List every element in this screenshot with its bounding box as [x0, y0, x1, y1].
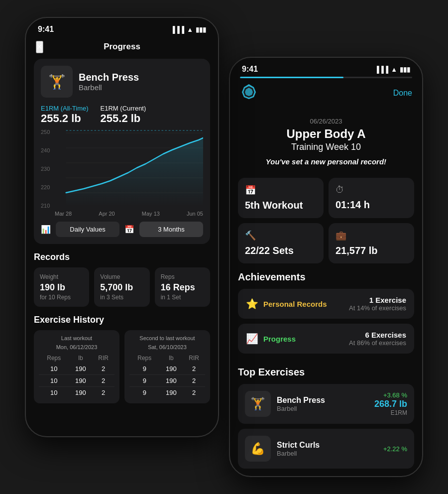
reps-cell: 9 — [129, 375, 159, 387]
reps-cell: 10 — [39, 387, 69, 399]
months-button[interactable]: 3 Months — [139, 222, 203, 237]
exercise-thumb: 🏋️ — [245, 391, 271, 417]
achievement-count: 6 Exercises — [349, 331, 406, 339]
th-lb: lb — [69, 353, 92, 363]
th-rir: RIR — [92, 353, 114, 363]
stat-icon: ⏱ — [336, 185, 407, 195]
right-status-icons: ▐▐▐ ▲ ▮▮▮ — [374, 66, 410, 73]
lb-cell: 190 — [69, 387, 92, 399]
chart-svg — [41, 129, 203, 209]
weight-label: Weight — [40, 273, 83, 280]
e1rm-alltime-label: E1RM (All-Time) — [41, 105, 89, 112]
exercise-name: Bench Press — [79, 72, 139, 83]
top-exercises-section: Top Exercises 🏋️ Bench Press Barbell +3.… — [230, 367, 422, 469]
table-row: 101902 — [39, 363, 114, 375]
th-reps: Reps — [39, 353, 69, 363]
stats-grid: 📅5th Workout⏱01:14 h🔨22/22 Sets💼21,577 l… — [230, 178, 422, 271]
reps-cell: 9 — [129, 387, 159, 399]
exercise-stats: +2.22 % — [383, 445, 407, 453]
reps-cell: 10 — [39, 363, 69, 375]
stat-val: 21,577 lb — [336, 245, 407, 256]
table-row: 91902 — [129, 363, 205, 375]
lb-cell: 190 — [159, 375, 183, 387]
achievement-pct: At 14% of exercises — [349, 304, 406, 312]
th-reps-2: Reps — [129, 353, 159, 363]
exercise-thumb: 💪 — [245, 436, 271, 462]
rir-cell: 2 — [92, 375, 114, 387]
stat-card: ⏱01:14 h — [329, 178, 414, 218]
e1rm-alltime: E1RM (All-Time) 255.2 lb — [41, 105, 89, 125]
left-status-icons: ▐▐▐ ▲ ▮▮▮ — [170, 26, 206, 33]
stat-val: 22/22 Sets — [245, 245, 317, 256]
exercise-change: +3.68 % — [374, 391, 407, 399]
svg-marker-6 — [66, 138, 203, 206]
exercise-text: Bench Press Barbell — [79, 72, 139, 92]
left-phone-content: × Progress 🏋️ Bench Press Barbell E1RM — [26, 37, 218, 433]
stat-val: 5th Workout — [245, 200, 317, 211]
exercise-details: Strict Curls Barbell — [277, 441, 377, 457]
left-phone: 9:41 ▐▐▐ ▲ ▮▮▮ × Progress 🏋️ Ben — [25, 17, 219, 437]
achievement-right: 6 Exercises At 86% of exercises — [349, 331, 406, 347]
record-reps: Reps 16 Reps in 1 Set — [155, 267, 210, 307]
achievements-title: Achievements — [238, 271, 414, 283]
workout-header: Done — [230, 78, 422, 110]
chart-area: 250 240 230 220 210 — [41, 129, 203, 209]
workout-name: Upper Body A — [240, 127, 412, 141]
volume-sub: in 3 Sets — [100, 294, 143, 301]
stat-card: 💼21,577 lb — [329, 223, 414, 263]
r-wifi-icon: ▲ — [391, 66, 397, 73]
volume-val: 5,700 lb — [100, 282, 143, 293]
table-row: 101902 — [39, 375, 114, 387]
achievement-left: ⭐ Personal Records — [246, 298, 327, 310]
daily-values-button[interactable]: Daily Values — [56, 222, 119, 237]
x-label-1: Mar 28 — [55, 211, 72, 217]
pr-message: You've set a new personal record! — [240, 157, 412, 166]
last-workout-date: Mon, 06/12/2023 — [39, 344, 114, 350]
record-weight: Weight 190 lb for 10 Reps — [34, 267, 89, 307]
table-row: 91902 — [129, 375, 205, 387]
achievement-label: Personal Records — [263, 300, 327, 308]
table-row: 91902 — [129, 387, 205, 399]
second-workout-table: Reps lb RIR 919029190291902 — [129, 353, 205, 398]
table-row: 101902 — [39, 387, 114, 399]
exercise-stats: +3.68 % 268.7 lb E1RM — [374, 391, 407, 416]
exercise-row: 🏋️ Bench Press Barbell +3.68 % 268.7 lb … — [238, 384, 414, 424]
lb-cell: 190 — [159, 387, 183, 399]
stat-val: 01:14 h — [336, 199, 407, 211]
x-label-2: Apr 20 — [99, 211, 114, 217]
right-time: 9:41 — [242, 65, 258, 74]
done-button[interactable]: Done — [393, 89, 412, 98]
records-row: Weight 190 lb for 10 Reps Volume 5,700 l… — [26, 267, 218, 315]
right-phone: 9:41 ▐▐▐ ▲ ▮▮▮ Done — [229, 57, 423, 477]
lb-cell: 190 — [69, 363, 92, 375]
right-phone-content: Done 06/26/2023 Upper Body A Training We… — [230, 77, 422, 473]
second-workout-col: Second to last workout Sat, 06/10/2023 R… — [124, 330, 210, 403]
calendar-icon: 📅 — [124, 225, 134, 234]
achievement-count: 1 Exercise — [349, 296, 406, 304]
achievement-icon: 📈 — [246, 333, 258, 345]
top-exercises-title: Top Exercises — [238, 367, 414, 378]
achievements-list: ⭐ Personal Records 1 Exercise At 14% of … — [238, 289, 414, 354]
exercise-type: Barbell — [79, 83, 139, 92]
exercise-ex-type: Barbell — [277, 450, 377, 457]
achievement-row: ⭐ Personal Records 1 Exercise At 14% of … — [238, 289, 414, 319]
stat-card: 📅5th Workout — [238, 178, 324, 218]
progress-header: × Progress — [26, 37, 218, 59]
exercise-unit: E1RM — [374, 409, 407, 416]
stat-icon: 💼 — [336, 230, 407, 241]
achievement-row: 📈 Progress 6 Exercises At 86% of exercis… — [238, 324, 414, 354]
chart-controls: 📊 Daily Values 📅 3 Months — [41, 222, 203, 237]
stat-icon: 🔨 — [245, 230, 317, 241]
exercise-info: 🏋️ Bench Press Barbell — [41, 66, 203, 98]
chart-x-labels: Mar 28 Apr 20 May 13 Jun 05 — [41, 209, 203, 217]
x-label-3: May 13 — [142, 211, 160, 217]
close-button[interactable]: × — [36, 41, 43, 53]
e1rm-alltime-val: 255.2 lb — [41, 112, 89, 125]
left-status-bar: 9:41 ▐▐▐ ▲ ▮▮▮ — [26, 18, 218, 37]
rir-cell: 2 — [183, 387, 205, 399]
th-lb-2: lb — [159, 353, 183, 363]
r-battery-icon: ▮▮▮ — [400, 66, 410, 73]
stat-card: 🔨22/22 Sets — [238, 223, 324, 263]
last-workout-col: Last workout Mon, 06/12/2023 Reps lb RIR — [34, 330, 119, 403]
stat-icon: 📅 — [245, 185, 317, 196]
